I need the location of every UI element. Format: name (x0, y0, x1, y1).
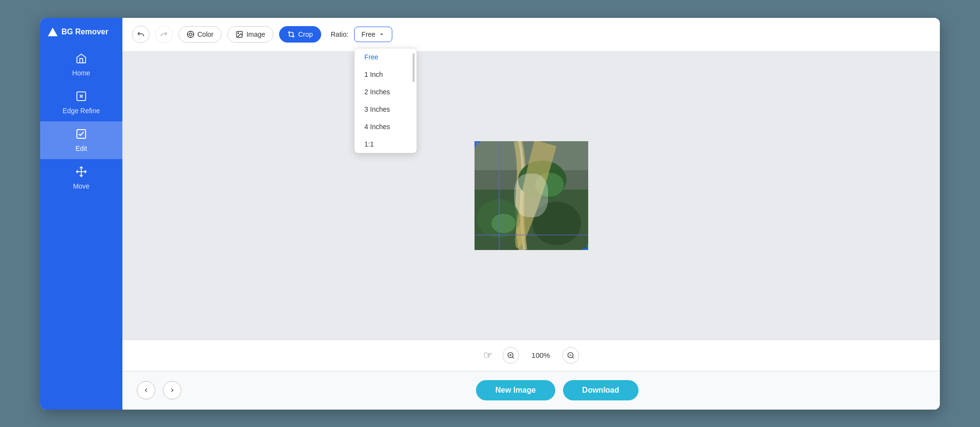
topbar: Color Image Crop (122, 18, 940, 52)
prev-button[interactable] (137, 381, 155, 399)
next-button[interactable] (163, 381, 181, 399)
crop-line-vertical (499, 141, 500, 250)
color-label: Color (197, 30, 213, 38)
ratio-option-4inches[interactable]: 4 Inches (355, 118, 416, 135)
ratio-value: Free (361, 30, 375, 38)
ratio-label: Ratio: (331, 30, 349, 38)
crop-line-horizontal (475, 235, 588, 236)
ratio-dropdown-wrapper: Free Free 1 Inch 2 (354, 27, 392, 42)
canvas-area (122, 52, 940, 339)
crop-handle-bottom-right[interactable] (582, 244, 588, 250)
ratio-option-3inches[interactable]: 3 Inches (355, 101, 416, 118)
sidebar-item-edit[interactable]: Edit (40, 121, 122, 159)
image-button[interactable]: Image (227, 26, 273, 43)
sidebar-edit-label: Edit (75, 145, 87, 152)
sidebar-edge-refine-label: Edge Refine (62, 107, 100, 115)
edit-icon (75, 128, 87, 142)
svg-point-4 (189, 33, 192, 35)
sidebar: BG Remover Home Edge R (40, 18, 122, 410)
hand-tool-icon[interactable]: ☞ (483, 349, 493, 362)
svg-point-15 (491, 214, 516, 233)
dropdown-scrollbar (413, 53, 415, 82)
redo-button[interactable] (155, 26, 173, 43)
move-icon (75, 166, 87, 179)
ratio-option-free[interactable]: Free (355, 48, 416, 66)
sidebar-home-label: Home (72, 69, 90, 77)
footer: New Image Download (122, 371, 940, 410)
edge-refine-icon (75, 90, 87, 104)
app-window: BG Remover Home Edge R (40, 18, 940, 410)
ratio-option-1to1[interactable]: 1:1 (355, 135, 416, 153)
svg-point-13 (533, 202, 581, 245)
sidebar-move-label: Move (73, 182, 89, 190)
app-body: BG Remover Home Edge R (40, 18, 940, 410)
main-area: Color Image Crop (122, 18, 940, 410)
aerial-image-svg (475, 141, 588, 250)
undo-button[interactable] (132, 26, 149, 43)
ratio-select[interactable]: Free (354, 27, 392, 42)
zoom-out-button[interactable] (563, 347, 579, 364)
svg-point-14 (535, 173, 564, 197)
logo-icon (48, 28, 58, 36)
image-container (475, 141, 588, 250)
new-image-button[interactable]: New Image (476, 380, 555, 400)
home-icon (75, 53, 87, 66)
color-button[interactable]: Color (178, 26, 222, 43)
sidebar-item-home[interactable]: Home (40, 46, 122, 84)
svg-line-17 (512, 357, 514, 358)
zoom-in-button[interactable] (503, 347, 519, 364)
ratio-option-1inch[interactable]: 1 Inch (355, 66, 416, 83)
crop-label: Crop (298, 30, 312, 38)
svg-line-21 (572, 357, 574, 358)
bottom-toolbar: ☞ 100% (122, 339, 940, 371)
app-logo: BG Remover (40, 23, 122, 41)
zoom-level: 100% (529, 351, 553, 359)
crop-handle-top-left[interactable] (475, 141, 480, 147)
image-display (475, 141, 588, 250)
svg-rect-10 (475, 141, 588, 170)
image-label: Image (246, 30, 265, 38)
sidebar-item-move[interactable]: Move (40, 159, 122, 197)
svg-point-7 (238, 33, 239, 34)
ratio-dropdown-menu: Free 1 Inch 2 Inches 3 Inches 4 Inches (354, 48, 417, 153)
app-name: BG Remover (61, 28, 108, 36)
download-button[interactable]: Download (563, 380, 638, 400)
ratio-option-2inches[interactable]: 2 Inches (355, 83, 416, 101)
crop-button[interactable]: Crop (279, 26, 321, 43)
sidebar-item-edge-refine[interactable]: Edge Refine (40, 84, 122, 121)
footer-actions: New Image Download (189, 380, 925, 400)
